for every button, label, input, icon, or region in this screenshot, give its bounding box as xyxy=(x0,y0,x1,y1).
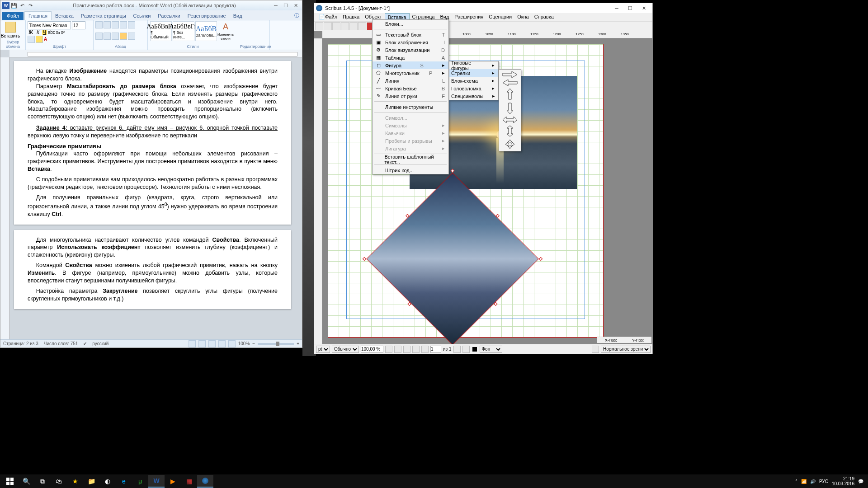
close-doc-icon[interactable] xyxy=(341,22,349,30)
italic-button[interactable]: К xyxy=(35,30,41,35)
menu-space[interactable]: Пробелы и разрывы▸ xyxy=(373,137,448,145)
menu-ligature[interactable]: Лигатура▸ xyxy=(373,145,448,152)
indent-dec-icon[interactable] xyxy=(120,21,127,28)
page-next-icon[interactable] xyxy=(453,346,461,353)
indent-inc-icon[interactable] xyxy=(128,21,135,28)
change-styles-button[interactable]: AИзменить стили xyxy=(217,21,234,41)
close-icon[interactable]: ✕ xyxy=(291,2,300,9)
print-icon[interactable] xyxy=(349,22,358,30)
paste-button[interactable]: Вставить xyxy=(2,21,19,39)
language-indicator[interactable]: РУС xyxy=(819,479,828,484)
preview-icon[interactable] xyxy=(592,346,599,353)
style-nospacing[interactable]: АаБбВвГг,¶ Без инте... xyxy=(173,21,194,41)
menu-glyph[interactable]: Символ... xyxy=(373,114,448,122)
strike-button[interactable]: abc xyxy=(48,30,55,35)
align-center-icon[interactable] xyxy=(104,33,111,40)
arrow-quad-icon[interactable] xyxy=(505,139,515,149)
minimize-icon[interactable]: ─ xyxy=(271,2,280,9)
redo-icon[interactable]: ↷ xyxy=(27,2,34,9)
menu-table[interactable]: ▦ТаблицаA xyxy=(373,54,448,61)
menu-specials[interactable]: Спецсимволы▸ xyxy=(449,92,498,100)
undo-icon[interactable]: ↶ xyxy=(19,2,26,9)
store-icon[interactable]: 🛍 xyxy=(51,475,67,488)
new-icon[interactable] xyxy=(315,22,323,30)
tab-insert[interactable]: Вставка xyxy=(52,12,77,20)
zoom-label[interactable]: 100% xyxy=(238,341,250,346)
menu-shape[interactable]: ◻ФигураS▸ xyxy=(373,61,448,69)
app-icon[interactable]: ★ xyxy=(67,475,83,488)
help-icon[interactable]: ⓘ xyxy=(292,11,302,20)
scribus-taskbar-icon[interactable] xyxy=(197,475,213,488)
save-icon[interactable] xyxy=(332,22,340,30)
zoom-out-icon[interactable]: − xyxy=(252,341,255,346)
menu-edit[interactable]: Правка xyxy=(340,13,362,21)
line-spacing-icon[interactable] xyxy=(128,33,135,40)
menu-line[interactable]: ╱ЛинияL xyxy=(373,77,448,84)
spellcheck-icon[interactable]: ✔ xyxy=(83,341,87,346)
numbering-icon[interactable] xyxy=(104,21,111,28)
maximize-icon[interactable]: ☐ xyxy=(623,4,637,12)
vision-select[interactable]: Нормальное зрение xyxy=(601,346,651,353)
word-page-1[interactable]: На вкладке Изображение находятся парамет… xyxy=(14,61,291,225)
game-icon[interactable]: ▦ xyxy=(181,475,197,488)
volume-icon[interactable]: 🔊 xyxy=(810,479,816,484)
tab-home[interactable]: Главная xyxy=(24,11,52,20)
bullets-icon[interactable] xyxy=(95,21,103,28)
zoom-reset-icon[interactable] xyxy=(394,346,401,353)
font-size-select[interactable] xyxy=(72,21,85,29)
view-web-icon[interactable] xyxy=(208,340,216,347)
zoom-out-icon[interactable] xyxy=(385,346,392,353)
page-last-icon[interactable] xyxy=(462,346,470,353)
arrow-leftright-icon[interactable] xyxy=(502,117,518,123)
tab-mail[interactable]: Рассылки xyxy=(154,12,184,20)
page-prev-icon[interactable] xyxy=(421,346,429,353)
page-input[interactable] xyxy=(430,346,441,353)
view-print-icon[interactable] xyxy=(189,340,196,347)
notifications-icon[interactable]: 💬 xyxy=(858,479,863,484)
task-view-icon[interactable]: ⧉ xyxy=(34,475,51,488)
menu-default-shapes[interactable]: Типовые фигуры▸ xyxy=(449,61,498,69)
subscript-button[interactable]: x₂ xyxy=(56,30,60,35)
minimize-icon[interactable]: ─ xyxy=(610,4,623,12)
align-right-icon[interactable] xyxy=(112,33,119,40)
save-icon[interactable]: 💾 xyxy=(10,2,18,9)
tab-file[interactable]: Файл xyxy=(2,12,24,20)
underline-button[interactable]: Ч xyxy=(42,30,47,35)
scribus-titlebar[interactable]: Scribus 1.4.5 - [Документ-1*] ─ ☐ ✕ xyxy=(314,3,652,13)
arrow-left-icon[interactable] xyxy=(502,80,518,86)
arrow-down-icon[interactable] xyxy=(507,102,513,115)
bold-button[interactable]: Ж xyxy=(28,30,34,35)
view-draft-icon[interactable] xyxy=(228,340,236,347)
zoom-in-icon[interactable]: + xyxy=(297,341,299,346)
maximize-icon[interactable]: ☐ xyxy=(281,2,290,9)
explorer-icon[interactable]: 📁 xyxy=(83,475,99,488)
font-color-icon[interactable]: A xyxy=(44,37,47,42)
word-taskbar-icon[interactable]: W xyxy=(148,475,165,488)
font-name-select[interactable] xyxy=(28,21,71,29)
menu-bezier[interactable]: 〰Кривая БезьеB xyxy=(373,84,448,92)
status-lang[interactable]: русский xyxy=(92,341,108,346)
word-page-2[interactable]: Для многоугольника настраивают количеств… xyxy=(14,230,291,309)
tab-review[interactable]: Рецензирование xyxy=(184,12,230,20)
menu-frames[interactable]: Блоки... xyxy=(373,20,448,28)
menu-image-frame[interactable]: ▣Блок изображенияI xyxy=(373,38,448,46)
vertical-ruler[interactable] xyxy=(0,57,9,339)
zoom-slider[interactable] xyxy=(258,343,294,345)
superscript-button[interactable]: x² xyxy=(61,30,65,35)
preflight-icon[interactable] xyxy=(358,22,366,30)
style-select[interactable]: Обычное xyxy=(332,346,359,353)
arrow-up-icon[interactable] xyxy=(507,88,513,100)
unit-select[interactable]: pt xyxy=(316,346,330,353)
menu-freehand[interactable]: ✎Линия от рукиF xyxy=(373,92,448,100)
clock[interactable]: 21:19 10.03.2016 xyxy=(832,476,854,486)
utorrent-icon[interactable]: μ xyxy=(132,475,148,488)
view-read-icon[interactable] xyxy=(198,340,206,347)
menu-flowchart[interactable]: Блок-схема▸ xyxy=(449,77,498,84)
align-left-icon[interactable] xyxy=(95,33,103,40)
media-icon[interactable]: ▶ xyxy=(165,475,181,488)
style-normal[interactable]: АаБбВвГг,¶ Обычный xyxy=(150,21,172,41)
status-page[interactable]: Страница: 2 из 3 xyxy=(3,341,38,346)
open-icon[interactable] xyxy=(324,22,332,30)
arrow-updown-icon[interactable] xyxy=(507,125,513,137)
tab-refs[interactable]: Ссылки xyxy=(130,12,155,20)
